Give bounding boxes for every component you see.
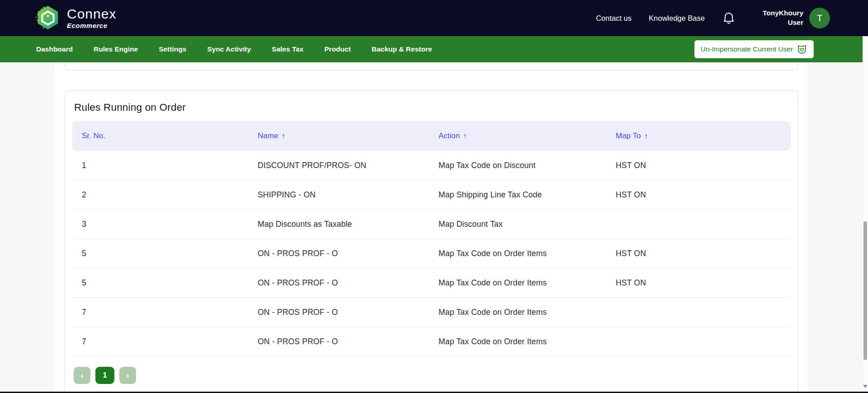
user-avatar[interactable]: T [809, 8, 830, 28]
cell-map-to: HST ON [616, 249, 791, 258]
sort-ascending-icon[interactable]: ↑ [281, 131, 285, 141]
vertical-scrollbar[interactable] [863, 36, 868, 393]
cell-action: Map Tax Code on Order Items [439, 308, 616, 317]
cell-map-to: HST ON [616, 161, 791, 170]
cell-name: ON - PROS PROF - O [258, 278, 439, 288]
un-impersonate-button-label: Un-Impersonate Current User [701, 45, 793, 53]
chevron-right-icon: › [126, 370, 129, 380]
pagination-page-1-button[interactable]: 1 [95, 367, 114, 384]
cell-sr-no: 7 [82, 308, 258, 317]
column-header-name[interactable]: Name ↑ [258, 131, 439, 141]
column-header-sr-no[interactable]: Sr. No. [82, 131, 258, 140]
brand-name: Connex [67, 7, 116, 21]
top-bar: Connex Ecommerce Contact us Knowledge Ba… [0, 0, 868, 36]
sort-ascending-icon[interactable]: ↑ [463, 131, 467, 141]
table-row[interactable]: 5 ON - PROS PROF - O Map Tax Code on Ord… [72, 268, 791, 298]
rules-running-on-order-card: Rules Running on Order Sr. No. Name ↑ Ac… [65, 90, 798, 393]
cell-action: Map Tax Code on Order Items [439, 337, 616, 346]
table-row[interactable]: 7 ON - PROS PROF - O Map Tax Code on Ord… [72, 298, 791, 327]
main-nav: Dashboard Rules Engine Settings Sync Act… [0, 36, 868, 62]
cell-sr-no: 2 [82, 190, 258, 200]
notifications-bell-icon[interactable] [723, 12, 735, 24]
cell-map-to: HST ON [616, 278, 791, 288]
cell-name: DISCOUNT PROF/PROS- ON [258, 161, 439, 170]
cell-action: Map Tax Code on Order Items [439, 249, 616, 258]
cell-sr-no: 7 [82, 337, 258, 346]
chevron-left-icon: ‹ [80, 370, 83, 380]
connex-hexagon-logo-icon [33, 4, 61, 32]
cell-sr-no: 5 [82, 249, 258, 258]
main-content: Rules Running on Order Sr. No. Name ↑ Ac… [54, 62, 807, 393]
knowledge-base-link[interactable]: Knowledge Base [649, 14, 705, 23]
table-header-row: Sr. No. Name ↑ Action ↑ Map To ↑ [72, 121, 791, 151]
column-header-map-to[interactable]: Map To ↑ [616, 131, 791, 141]
table-row[interactable]: 3 Map Discounts as Taxable Map Discount … [72, 210, 791, 239]
nav-item-rules-engine[interactable]: Rules Engine [94, 45, 138, 53]
theater-mask-icon [797, 44, 807, 55]
cell-name: ON - PROS PROF - O [258, 308, 439, 317]
table-row[interactable]: 1 DISCOUNT PROF/PROS- ON Map Tax Code on… [72, 151, 791, 180]
nav-item-settings[interactable]: Settings [159, 45, 186, 53]
cell-action: Map Tax Code on Order Items [439, 278, 616, 288]
pagination-prev-button[interactable]: ‹ [74, 367, 90, 384]
table-row[interactable]: 5 ON - PROS PROF - O Map Tax Code on Ord… [72, 239, 791, 268]
table-row[interactable]: 7 ON - PROS PROF - O Map Tax Code on Ord… [72, 327, 791, 356]
pagination: ‹ 1 › [74, 367, 791, 384]
brand-tagline: Ecommerce [67, 22, 116, 29]
brand-logo[interactable]: Connex Ecommerce [33, 4, 116, 32]
pagination-next-button[interactable]: › [119, 367, 136, 384]
user-name[interactable]: TonyKhoury User [763, 9, 803, 28]
cell-action: Map Discount Tax [439, 220, 616, 229]
cell-name: SHIPPING - ON [258, 190, 439, 200]
sort-ascending-icon[interactable]: ↑ [644, 131, 648, 141]
cell-map-to: HST ON [616, 190, 791, 200]
un-impersonate-button[interactable]: Un-Impersonate Current User [694, 40, 814, 58]
table-row[interactable]: 2 SHIPPING - ON Map Shipping Line Tax Co… [72, 180, 791, 210]
nav-item-sync-activity[interactable]: Sync Activity [207, 45, 251, 53]
card-title: Rules Running on Order [74, 102, 791, 113]
cell-sr-no: 1 [82, 161, 258, 170]
cell-sr-no: 5 [82, 278, 258, 288]
scrollbar-down-arrow-icon[interactable] [863, 385, 868, 388]
nav-item-backup-restore[interactable]: Backup & Restore [372, 45, 432, 53]
contact-us-link[interactable]: Contact us [596, 14, 632, 23]
previous-card-bottom [65, 62, 798, 70]
cell-action: Map Tax Code on Discount [439, 161, 616, 170]
scrollbar-thumb[interactable] [863, 221, 867, 360]
cell-name: ON - PROS PROF - O [258, 337, 439, 346]
nav-item-dashboard[interactable]: Dashboard [36, 45, 73, 53]
cell-sr-no: 3 [82, 220, 258, 229]
cell-name: Map Discounts as Taxable [258, 220, 439, 229]
nav-item-sales-tax[interactable]: Sales Tax [272, 45, 303, 53]
column-header-action[interactable]: Action ↑ [439, 131, 616, 141]
nav-item-product[interactable]: Product [324, 45, 351, 53]
cell-action: Map Shipping Line Tax Code [439, 190, 616, 200]
cell-name: ON - PROS PROF - O [258, 249, 439, 258]
